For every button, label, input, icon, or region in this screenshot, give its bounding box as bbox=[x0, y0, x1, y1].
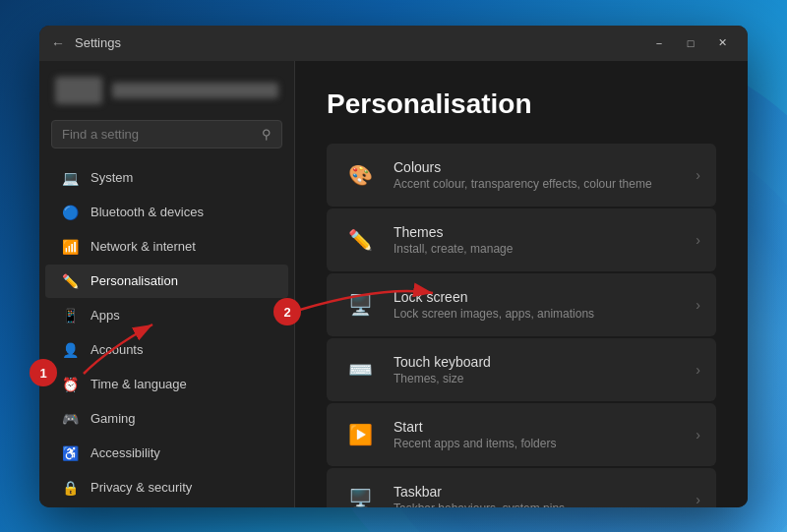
main-content: Personalisation 🎨 Colours Accent colour,… bbox=[295, 61, 748, 507]
nav-label-bluetooth: Bluetooth & devices bbox=[91, 205, 204, 219]
settings-desc-themes: Install, create, manage bbox=[394, 242, 680, 256]
settings-item-touch-keyboard[interactable]: ⌨️ Touch keyboard Themes, size › bbox=[327, 338, 716, 401]
avatar bbox=[55, 77, 102, 104]
nav-icon-apps: 📱 bbox=[61, 307, 79, 325]
settings-item-colours[interactable]: 🎨 Colours Accent colour, transparency ef… bbox=[327, 144, 716, 207]
sidebar-item-time[interactable]: ⏰ Time & language bbox=[45, 368, 288, 401]
sidebar-item-system[interactable]: 💻 System bbox=[45, 161, 288, 195]
chevron-icon-start: › bbox=[696, 427, 700, 443]
sidebar-item-personalisation[interactable]: ✏️ Personalisation bbox=[45, 265, 288, 298]
settings-text-start: Start Recent apps and items, folders bbox=[394, 419, 680, 450]
window-title: Settings bbox=[75, 35, 645, 50]
nav-label-personalisation: Personalisation bbox=[91, 273, 178, 288]
nav-icon-personalisation: ✏️ bbox=[61, 272, 79, 290]
settings-text-colours: Colours Accent colour, transparency effe… bbox=[394, 159, 680, 191]
settings-item-lock-screen[interactable]: 🖥️ Lock screen Lock screen images, apps,… bbox=[327, 273, 716, 336]
settings-label-themes: Themes bbox=[394, 224, 680, 240]
nav-label-network: Network & internet bbox=[91, 239, 196, 254]
settings-label-lock-screen: Lock screen bbox=[394, 289, 680, 305]
settings-icon-taskbar: 🖥️ bbox=[342, 482, 378, 507]
settings-item-themes[interactable]: ✏️ Themes Install, create, manage › bbox=[327, 208, 716, 271]
nav-icon-accessibility: ♿ bbox=[61, 444, 79, 462]
settings-text-lock-screen: Lock screen Lock screen images, apps, an… bbox=[394, 289, 680, 321]
window-body: ⚲ 💻 System 🔵 Bluetooth & devices 📶 Netwo… bbox=[39, 61, 748, 507]
nav-label-time: Time & language bbox=[91, 377, 187, 391]
settings-text-taskbar: Taskbar Taskbar behaviours, system pins bbox=[394, 484, 680, 507]
settings-icon-start: ▶️ bbox=[342, 417, 378, 452]
settings-list: 🎨 Colours Accent colour, transparency ef… bbox=[327, 144, 716, 507]
settings-desc-start: Recent apps and items, folders bbox=[394, 437, 680, 450]
nav-label-privacy: Privacy & security bbox=[91, 480, 192, 495]
chevron-icon-touch-keyboard: › bbox=[696, 362, 700, 378]
nav-list: 💻 System 🔵 Bluetooth & devices 📶 Network… bbox=[39, 156, 294, 507]
settings-icon-touch-keyboard: ⌨️ bbox=[342, 352, 378, 387]
title-bar: ← Settings − □ ✕ bbox=[39, 26, 748, 61]
chevron-icon-taskbar: › bbox=[696, 492, 700, 507]
minimize-button[interactable]: − bbox=[645, 33, 673, 53]
nav-label-accounts: Accounts bbox=[91, 342, 143, 357]
chevron-icon-colours: › bbox=[696, 167, 700, 183]
settings-icon-lock-screen: 🖥️ bbox=[342, 287, 378, 323]
nav-label-accessibility: Accessibility bbox=[91, 445, 160, 460]
settings-label-touch-keyboard: Touch keyboard bbox=[394, 354, 680, 370]
nav-icon-system: 💻 bbox=[61, 169, 79, 187]
nav-icon-accounts: 👤 bbox=[61, 341, 79, 359]
nav-icon-gaming: 🎮 bbox=[61, 410, 79, 428]
back-button[interactable]: ← bbox=[51, 35, 65, 51]
user-info bbox=[112, 83, 278, 98]
nav-label-system: System bbox=[91, 170, 133, 185]
nav-label-gaming: Gaming bbox=[91, 411, 136, 426]
maximize-button[interactable]: □ bbox=[677, 33, 704, 53]
settings-icon-colours: 🎨 bbox=[342, 157, 378, 193]
close-button[interactable]: ✕ bbox=[708, 33, 736, 53]
settings-icon-themes: ✏️ bbox=[342, 222, 378, 258]
window-controls: − □ ✕ bbox=[645, 33, 736, 53]
nav-icon-privacy: 🔒 bbox=[61, 479, 79, 497]
settings-desc-taskbar: Taskbar behaviours, system pins bbox=[394, 502, 680, 507]
chevron-icon-lock-screen: › bbox=[696, 297, 700, 313]
settings-label-colours: Colours bbox=[394, 159, 680, 175]
settings-label-taskbar: Taskbar bbox=[394, 484, 680, 500]
settings-text-themes: Themes Install, create, manage bbox=[394, 224, 680, 256]
settings-label-start: Start bbox=[394, 419, 680, 435]
nav-icon-bluetooth: 🔵 bbox=[61, 204, 79, 221]
sidebar-item-privacy[interactable]: 🔒 Privacy & security bbox=[45, 471, 288, 504]
sidebar-item-bluetooth[interactable]: 🔵 Bluetooth & devices bbox=[45, 196, 288, 229]
sidebar-item-network[interactable]: 📶 Network & internet bbox=[45, 230, 288, 264]
settings-item-start[interactable]: ▶️ Start Recent apps and items, folders … bbox=[327, 403, 716, 466]
chevron-icon-themes: › bbox=[696, 232, 700, 248]
search-box[interactable]: ⚲ bbox=[51, 120, 282, 148]
sidebar-item-accounts[interactable]: 👤 Accounts bbox=[45, 333, 288, 367]
nav-label-apps: Apps bbox=[91, 308, 120, 323]
sidebar-item-gaming[interactable]: 🎮 Gaming bbox=[45, 402, 288, 436]
settings-desc-touch-keyboard: Themes, size bbox=[394, 372, 680, 385]
settings-desc-lock-screen: Lock screen images, apps, animations bbox=[394, 307, 680, 321]
settings-desc-colours: Accent colour, transparency effects, col… bbox=[394, 177, 680, 191]
search-icon: ⚲ bbox=[262, 127, 272, 142]
sidebar-item-apps[interactable]: 📱 Apps bbox=[45, 299, 288, 332]
settings-text-touch-keyboard: Touch keyboard Themes, size bbox=[394, 354, 680, 385]
settings-item-taskbar[interactable]: 🖥️ Taskbar Taskbar behaviours, system pi… bbox=[327, 468, 716, 507]
page-title: Personalisation bbox=[327, 89, 716, 120]
settings-window: ← Settings − □ ✕ ⚲ 💻 System bbox=[39, 26, 748, 507]
user-section bbox=[39, 61, 294, 112]
nav-icon-network: 📶 bbox=[61, 238, 79, 256]
nav-icon-time: ⏰ bbox=[61, 376, 79, 393]
search-input[interactable] bbox=[62, 127, 254, 142]
sidebar-item-accessibility[interactable]: ♿ Accessibility bbox=[45, 437, 288, 470]
sidebar: ⚲ 💻 System 🔵 Bluetooth & devices 📶 Netwo… bbox=[39, 61, 295, 507]
